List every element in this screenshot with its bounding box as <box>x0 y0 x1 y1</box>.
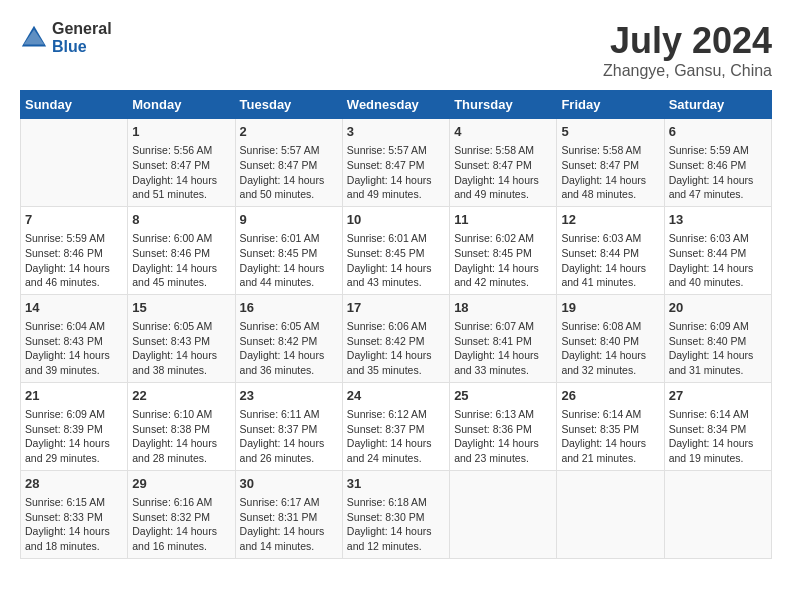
calendar-day-cell <box>557 470 664 558</box>
day-info: Sunrise: 6:03 AMSunset: 8:44 PMDaylight:… <box>561 231 659 290</box>
day-number: 17 <box>347 299 445 317</box>
calendar-day-cell: 2Sunrise: 5:57 AMSunset: 8:47 PMDaylight… <box>235 119 342 207</box>
day-number: 20 <box>669 299 767 317</box>
calendar-day-cell: 31Sunrise: 6:18 AMSunset: 8:30 PMDayligh… <box>342 470 449 558</box>
calendar-day-cell: 15Sunrise: 6:05 AMSunset: 8:43 PMDayligh… <box>128 294 235 382</box>
calendar-day-cell: 14Sunrise: 6:04 AMSunset: 8:43 PMDayligh… <box>21 294 128 382</box>
calendar-header-row: SundayMondayTuesdayWednesdayThursdayFrid… <box>21 91 772 119</box>
day-of-week-header: Thursday <box>450 91 557 119</box>
day-number: 9 <box>240 211 338 229</box>
calendar-day-cell: 6Sunrise: 5:59 AMSunset: 8:46 PMDaylight… <box>664 119 771 207</box>
calendar-day-cell: 22Sunrise: 6:10 AMSunset: 8:38 PMDayligh… <box>128 382 235 470</box>
day-number: 1 <box>132 123 230 141</box>
logo: General Blue <box>20 20 112 55</box>
day-number: 21 <box>25 387 123 405</box>
day-number: 4 <box>454 123 552 141</box>
day-number: 12 <box>561 211 659 229</box>
calendar-week-row: 14Sunrise: 6:04 AMSunset: 8:43 PMDayligh… <box>21 294 772 382</box>
calendar-day-cell: 29Sunrise: 6:16 AMSunset: 8:32 PMDayligh… <box>128 470 235 558</box>
calendar-day-cell: 20Sunrise: 6:09 AMSunset: 8:40 PMDayligh… <box>664 294 771 382</box>
day-info: Sunrise: 6:08 AMSunset: 8:40 PMDaylight:… <box>561 319 659 378</box>
day-info: Sunrise: 6:13 AMSunset: 8:36 PMDaylight:… <box>454 407 552 466</box>
day-number: 25 <box>454 387 552 405</box>
day-info: Sunrise: 5:58 AMSunset: 8:47 PMDaylight:… <box>454 143 552 202</box>
calendar-day-cell: 16Sunrise: 6:05 AMSunset: 8:42 PMDayligh… <box>235 294 342 382</box>
day-info: Sunrise: 6:18 AMSunset: 8:30 PMDaylight:… <box>347 495 445 554</box>
day-info: Sunrise: 6:12 AMSunset: 8:37 PMDaylight:… <box>347 407 445 466</box>
logo-general: General <box>52 20 112 38</box>
calendar-day-cell: 13Sunrise: 6:03 AMSunset: 8:44 PMDayligh… <box>664 206 771 294</box>
calendar-day-cell: 27Sunrise: 6:14 AMSunset: 8:34 PMDayligh… <box>664 382 771 470</box>
calendar-day-cell <box>450 470 557 558</box>
day-number: 7 <box>25 211 123 229</box>
calendar-day-cell: 18Sunrise: 6:07 AMSunset: 8:41 PMDayligh… <box>450 294 557 382</box>
day-number: 28 <box>25 475 123 493</box>
calendar-day-cell: 26Sunrise: 6:14 AMSunset: 8:35 PMDayligh… <box>557 382 664 470</box>
main-title: July 2024 <box>603 20 772 62</box>
calendar-day-cell: 25Sunrise: 6:13 AMSunset: 8:36 PMDayligh… <box>450 382 557 470</box>
logo-blue: Blue <box>52 38 112 56</box>
subtitle: Zhangye, Gansu, China <box>603 62 772 80</box>
day-info: Sunrise: 5:58 AMSunset: 8:47 PMDaylight:… <box>561 143 659 202</box>
calendar-day-cell <box>21 119 128 207</box>
day-info: Sunrise: 6:01 AMSunset: 8:45 PMDaylight:… <box>240 231 338 290</box>
calendar-day-cell: 4Sunrise: 5:58 AMSunset: 8:47 PMDaylight… <box>450 119 557 207</box>
day-of-week-header: Tuesday <box>235 91 342 119</box>
day-info: Sunrise: 5:57 AMSunset: 8:47 PMDaylight:… <box>240 143 338 202</box>
calendar-week-row: 1Sunrise: 5:56 AMSunset: 8:47 PMDaylight… <box>21 119 772 207</box>
calendar-day-cell: 8Sunrise: 6:00 AMSunset: 8:46 PMDaylight… <box>128 206 235 294</box>
day-number: 29 <box>132 475 230 493</box>
calendar-day-cell: 17Sunrise: 6:06 AMSunset: 8:42 PMDayligh… <box>342 294 449 382</box>
day-number: 26 <box>561 387 659 405</box>
day-info: Sunrise: 6:14 AMSunset: 8:35 PMDaylight:… <box>561 407 659 466</box>
day-info: Sunrise: 6:07 AMSunset: 8:41 PMDaylight:… <box>454 319 552 378</box>
day-of-week-header: Friday <box>557 91 664 119</box>
calendar-day-cell: 11Sunrise: 6:02 AMSunset: 8:45 PMDayligh… <box>450 206 557 294</box>
calendar-day-cell: 23Sunrise: 6:11 AMSunset: 8:37 PMDayligh… <box>235 382 342 470</box>
calendar-day-cell: 12Sunrise: 6:03 AMSunset: 8:44 PMDayligh… <box>557 206 664 294</box>
calendar-week-row: 28Sunrise: 6:15 AMSunset: 8:33 PMDayligh… <box>21 470 772 558</box>
day-number: 31 <box>347 475 445 493</box>
day-info: Sunrise: 6:04 AMSunset: 8:43 PMDaylight:… <box>25 319 123 378</box>
day-number: 2 <box>240 123 338 141</box>
day-number: 3 <box>347 123 445 141</box>
day-number: 11 <box>454 211 552 229</box>
day-number: 27 <box>669 387 767 405</box>
day-info: Sunrise: 6:03 AMSunset: 8:44 PMDaylight:… <box>669 231 767 290</box>
day-number: 15 <box>132 299 230 317</box>
calendar-day-cell: 21Sunrise: 6:09 AMSunset: 8:39 PMDayligh… <box>21 382 128 470</box>
day-info: Sunrise: 6:17 AMSunset: 8:31 PMDaylight:… <box>240 495 338 554</box>
day-number: 18 <box>454 299 552 317</box>
day-info: Sunrise: 6:10 AMSunset: 8:38 PMDaylight:… <box>132 407 230 466</box>
day-info: Sunrise: 6:00 AMSunset: 8:46 PMDaylight:… <box>132 231 230 290</box>
calendar-day-cell: 28Sunrise: 6:15 AMSunset: 8:33 PMDayligh… <box>21 470 128 558</box>
calendar-day-cell: 24Sunrise: 6:12 AMSunset: 8:37 PMDayligh… <box>342 382 449 470</box>
calendar-day-cell: 19Sunrise: 6:08 AMSunset: 8:40 PMDayligh… <box>557 294 664 382</box>
day-number: 19 <box>561 299 659 317</box>
day-info: Sunrise: 6:05 AMSunset: 8:42 PMDaylight:… <box>240 319 338 378</box>
day-info: Sunrise: 6:15 AMSunset: 8:33 PMDaylight:… <box>25 495 123 554</box>
page-header: General Blue July 2024 Zhangye, Gansu, C… <box>20 20 772 80</box>
day-of-week-header: Sunday <box>21 91 128 119</box>
calendar-day-cell <box>664 470 771 558</box>
day-info: Sunrise: 6:06 AMSunset: 8:42 PMDaylight:… <box>347 319 445 378</box>
svg-marker-1 <box>24 29 45 44</box>
day-info: Sunrise: 6:05 AMSunset: 8:43 PMDaylight:… <box>132 319 230 378</box>
calendar-day-cell: 7Sunrise: 5:59 AMSunset: 8:46 PMDaylight… <box>21 206 128 294</box>
day-number: 6 <box>669 123 767 141</box>
day-number: 16 <box>240 299 338 317</box>
day-info: Sunrise: 6:11 AMSunset: 8:37 PMDaylight:… <box>240 407 338 466</box>
day-info: Sunrise: 5:59 AMSunset: 8:46 PMDaylight:… <box>25 231 123 290</box>
day-number: 30 <box>240 475 338 493</box>
day-info: Sunrise: 6:09 AMSunset: 8:40 PMDaylight:… <box>669 319 767 378</box>
day-number: 13 <box>669 211 767 229</box>
calendar-week-row: 7Sunrise: 5:59 AMSunset: 8:46 PMDaylight… <box>21 206 772 294</box>
day-of-week-header: Wednesday <box>342 91 449 119</box>
day-number: 10 <box>347 211 445 229</box>
day-info: Sunrise: 5:56 AMSunset: 8:47 PMDaylight:… <box>132 143 230 202</box>
logo-text: General Blue <box>52 20 112 55</box>
day-number: 8 <box>132 211 230 229</box>
logo-icon <box>20 24 48 52</box>
calendar-day-cell: 10Sunrise: 6:01 AMSunset: 8:45 PMDayligh… <box>342 206 449 294</box>
title-block: July 2024 Zhangye, Gansu, China <box>603 20 772 80</box>
